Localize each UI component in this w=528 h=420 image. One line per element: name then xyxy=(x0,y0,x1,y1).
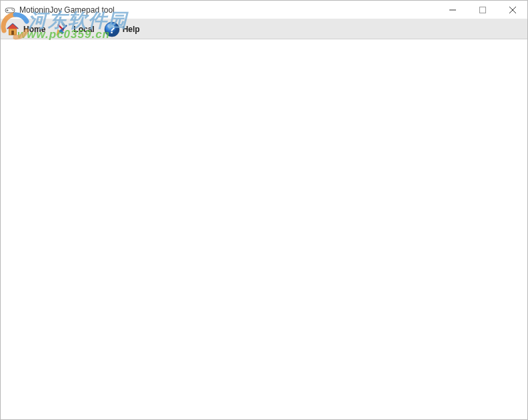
maximize-button[interactable] xyxy=(467,1,497,19)
window-title: MotioninJoy Gamepad tool xyxy=(19,5,115,15)
gamepad-icon xyxy=(5,5,15,15)
home-label: Home xyxy=(23,25,45,34)
local-button[interactable]: Local xyxy=(55,21,94,37)
local-label: Local xyxy=(73,25,94,34)
titlebar-left: MotioninJoy Gamepad tool xyxy=(5,5,115,15)
svg-text:?: ? xyxy=(109,24,115,35)
home-button[interactable]: Home xyxy=(5,21,45,37)
minimize-button[interactable] xyxy=(437,1,467,19)
svg-rect-6 xyxy=(479,7,485,13)
home-icon xyxy=(5,21,21,37)
svg-rect-10 xyxy=(11,30,14,34)
help-icon: ? xyxy=(104,21,120,37)
svg-point-2 xyxy=(13,9,14,11)
close-button[interactable] xyxy=(497,1,527,19)
help-button[interactable]: ? Help xyxy=(104,21,140,37)
help-label: Help xyxy=(123,25,140,34)
local-icon xyxy=(55,21,71,37)
content-area xyxy=(1,39,527,419)
window-controls xyxy=(437,1,527,19)
titlebar: MotioninJoy Gamepad tool xyxy=(1,1,527,19)
toolbar: Home Local xyxy=(1,19,527,39)
svg-point-1 xyxy=(11,9,13,10)
